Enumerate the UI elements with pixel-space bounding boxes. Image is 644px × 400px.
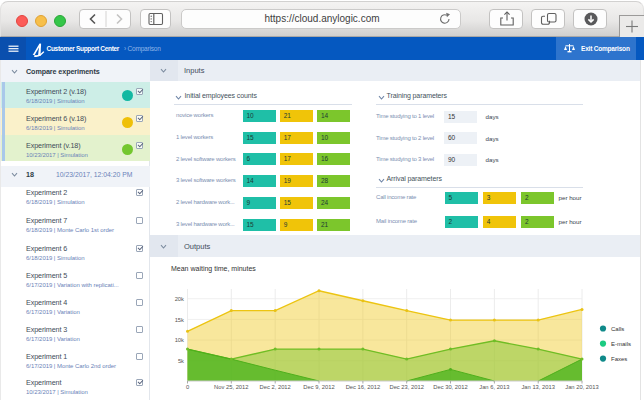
svg-text:5k: 5k xyxy=(178,358,184,364)
svg-text:10k: 10k xyxy=(175,337,184,343)
svg-text:15k: 15k xyxy=(175,317,184,323)
svg-text:E-mails: E-mails xyxy=(611,341,631,347)
svg-text:Jan 6, 2013: Jan 6, 2013 xyxy=(479,384,509,390)
svg-text:Nov 25, 2012: Nov 25, 2012 xyxy=(214,384,248,390)
svg-text:Dec 30, 2012: Dec 30, 2012 xyxy=(433,384,467,390)
svg-text:Dec 9, 2012: Dec 9, 2012 xyxy=(303,384,334,390)
svg-text:Dec 23, 2012: Dec 23, 2012 xyxy=(389,384,423,390)
svg-text:20k: 20k xyxy=(175,296,184,302)
svg-text:Jan 20, 2013: Jan 20, 2013 xyxy=(565,384,599,390)
svg-text:Calls: Calls xyxy=(611,326,624,332)
svg-text:Jan 13, 2013: Jan 13, 2013 xyxy=(521,384,555,390)
svg-text:Dec 16, 2012: Dec 16, 2012 xyxy=(346,384,380,390)
svg-text:Faxes: Faxes xyxy=(611,356,627,362)
svg-text:Dec 2, 2012: Dec 2, 2012 xyxy=(260,384,291,390)
svg-text:0: 0 xyxy=(186,384,189,390)
